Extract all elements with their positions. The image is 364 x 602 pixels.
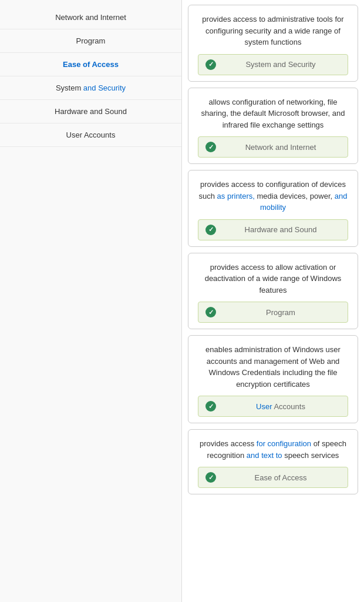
card-description: provides access to configuration of devi…	[198, 179, 348, 213]
answer-label: Program	[221, 308, 341, 317]
check-icon	[205, 225, 216, 235]
sidebar-item-ease-of-access[interactable]: Ease of Access	[0, 53, 181, 76]
check-icon	[205, 142, 216, 152]
card-program: provides access to allow activation or d…	[188, 253, 358, 330]
card-system-and-security: provides access to administrative tools …	[188, 5, 358, 82]
answer-label: Hardware and Sound	[221, 225, 341, 234]
check-icon	[205, 59, 216, 70]
card-answer-program[interactable]: Program	[198, 302, 348, 323]
answer-label: Ease of Access	[221, 473, 341, 482]
answer-label: Network and Internet	[221, 143, 341, 152]
sidebar-item-program[interactable]: Program	[0, 29, 181, 53]
sidebar-item-label: Network and Internet	[55, 13, 126, 22]
sidebar-item-user-accounts[interactable]: User Accounts	[0, 123, 181, 147]
check-icon	[205, 472, 216, 483]
card-description: enables administration of Windows user a…	[198, 344, 348, 390]
check-icon	[205, 307, 216, 317]
card-description: provides access to administrative tools …	[198, 14, 348, 48]
card-ease-of-access: provides access for configuration of spe…	[188, 429, 358, 494]
sidebar-item-label: Program	[76, 36, 106, 45]
sidebar-item-label: Hardware and Sound	[55, 107, 127, 116]
card-answer-hardware-and-sound[interactable]: Hardware and Sound	[198, 219, 348, 240]
card-answer-system-and-security[interactable]: System and Security	[198, 54, 348, 75]
content-area: provides access to administrative tools …	[182, 0, 364, 602]
sidebar: Network and Internet Program Ease of Acc…	[0, 0, 182, 602]
card-answer-user-accounts[interactable]: User Accounts	[198, 396, 348, 417]
sidebar-item-system-and-security[interactable]: System and Security	[0, 76, 181, 100]
answer-label: User Accounts	[221, 402, 341, 411]
sidebar-item-label: User Accounts	[66, 131, 116, 139]
check-icon	[205, 401, 216, 412]
card-answer-network-and-internet[interactable]: Network and Internet	[198, 136, 348, 158]
sidebar-item-hardware-and-sound[interactable]: Hardware and Sound	[0, 100, 181, 123]
card-hardware-and-sound: provides access to configuration of devi…	[188, 170, 358, 247]
sidebar-item-network-and-internet[interactable]: Network and Internet	[0, 6, 181, 29]
card-description: provides access for configuration of spe…	[198, 438, 348, 461]
sidebar-item-label: System and Security	[56, 83, 126, 92]
card-description: allows configuration of networking, file…	[198, 96, 348, 131]
answer-label: System and Security	[221, 60, 341, 69]
card-answer-ease-of-access[interactable]: Ease of Access	[198, 467, 348, 488]
card-network-and-internet: allows configuration of networking, file…	[188, 88, 358, 165]
card-description: provides access to allow activation or d…	[198, 262, 348, 296]
card-user-accounts: enables administration of Windows user a…	[188, 335, 358, 423]
sidebar-item-label: Ease of Access	[63, 60, 119, 69]
